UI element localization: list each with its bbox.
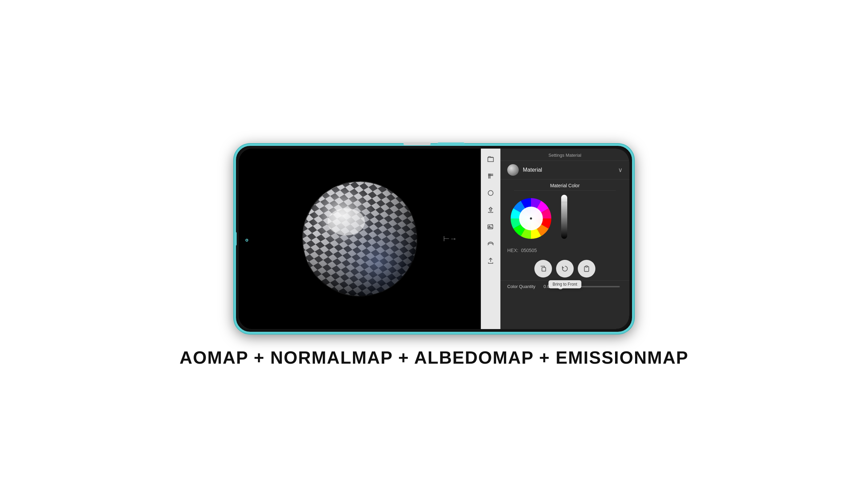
toolbar-btn-gradient[interactable] bbox=[483, 236, 498, 252]
toolbar-btn-image-add[interactable] bbox=[483, 219, 498, 235]
copy-icon bbox=[539, 265, 547, 272]
sphere-container bbox=[302, 181, 417, 297]
texture-icon bbox=[487, 172, 494, 180]
material-name-label: Material bbox=[523, 167, 614, 173]
export-icon bbox=[487, 257, 494, 265]
gradient-icon bbox=[487, 240, 494, 248]
phone-wrapper: ⊢→ bbox=[234, 144, 634, 334]
color-quantity-value: 0.0 bbox=[539, 284, 550, 289]
quantity-slider-thumb[interactable] bbox=[558, 284, 563, 289]
brightness-slider-container bbox=[560, 195, 568, 239]
phone-top-btn-2 bbox=[437, 143, 465, 145]
hex-label: HEX: bbox=[507, 248, 518, 253]
action-buttons-row: Bring to Front bbox=[500, 257, 629, 280]
viewport[interactable]: ⊢→ bbox=[239, 148, 481, 329]
image-add-icon bbox=[487, 223, 494, 231]
color-wheel-svg bbox=[507, 195, 555, 242]
hex-input[interactable] bbox=[521, 248, 580, 253]
sphere-pattern-wrapper bbox=[302, 181, 417, 297]
paste-icon bbox=[583, 265, 590, 272]
toolbar-btn-export[interactable] bbox=[483, 253, 498, 269]
svg-point-7 bbox=[303, 182, 417, 296]
color-quantity-slider[interactable] bbox=[557, 286, 620, 287]
3d-sphere bbox=[302, 181, 417, 297]
phone-side-button[interactable] bbox=[235, 232, 237, 246]
sphere-svg bbox=[302, 181, 417, 297]
reset-icon bbox=[561, 265, 569, 272]
upload-icon bbox=[487, 206, 494, 214]
color-wheel[interactable] bbox=[507, 195, 555, 242]
viewport-dot-indicator bbox=[245, 239, 248, 241]
color-quantity-label: Color Quantity bbox=[507, 284, 535, 289]
hex-row: HEX: bbox=[500, 246, 629, 257]
brightness-slider-track[interactable] bbox=[561, 195, 567, 239]
svg-rect-19 bbox=[542, 267, 546, 271]
folder-icon bbox=[487, 155, 494, 163]
brightness-slider-thumb[interactable] bbox=[561, 201, 567, 204]
svg-point-13 bbox=[488, 191, 493, 196]
toolbar-btn-circle[interactable] bbox=[483, 185, 498, 201]
reset-button[interactable]: Bring to Front bbox=[556, 260, 574, 277]
copy-button[interactable] bbox=[534, 260, 552, 277]
material-selector[interactable]: Material ∨ bbox=[500, 161, 629, 180]
circle-icon bbox=[487, 189, 494, 197]
material-color-title: Material Color bbox=[514, 180, 616, 191]
svg-point-8 bbox=[328, 208, 365, 235]
toolbar-btn-upload[interactable] bbox=[483, 202, 498, 218]
material-preview-ball bbox=[507, 164, 519, 176]
paste-button[interactable] bbox=[578, 260, 596, 277]
phone-top-btn-1 bbox=[403, 143, 431, 145]
color-picker-area bbox=[500, 191, 629, 246]
svg-rect-20 bbox=[586, 266, 588, 267]
phone-top-bar bbox=[403, 143, 465, 145]
material-chevron-icon: ∨ bbox=[618, 166, 623, 174]
section-title-wrap: Material Color bbox=[500, 180, 629, 191]
settings-title: Settings Material bbox=[549, 153, 582, 158]
phone-frame: ⊢→ bbox=[234, 144, 634, 334]
toolbar-btn-folder[interactable] bbox=[483, 151, 498, 167]
screen: ⊢→ bbox=[239, 148, 629, 329]
settings-header: Settings Material bbox=[500, 148, 629, 161]
settings-panel: Settings Material Material ∨ Material Co… bbox=[500, 148, 629, 329]
toolbar-btn-texture[interactable] bbox=[483, 168, 498, 184]
color-quantity-row: Color Quantity 0.0 bbox=[500, 280, 629, 292]
bottom-text: AOMAP + NORMALMAP + ALBEDOMAP + EMISSION… bbox=[179, 348, 688, 368]
arrow-indicator: ⊢→ bbox=[443, 234, 457, 243]
svg-point-18 bbox=[530, 217, 532, 220]
toolbar bbox=[481, 148, 500, 329]
